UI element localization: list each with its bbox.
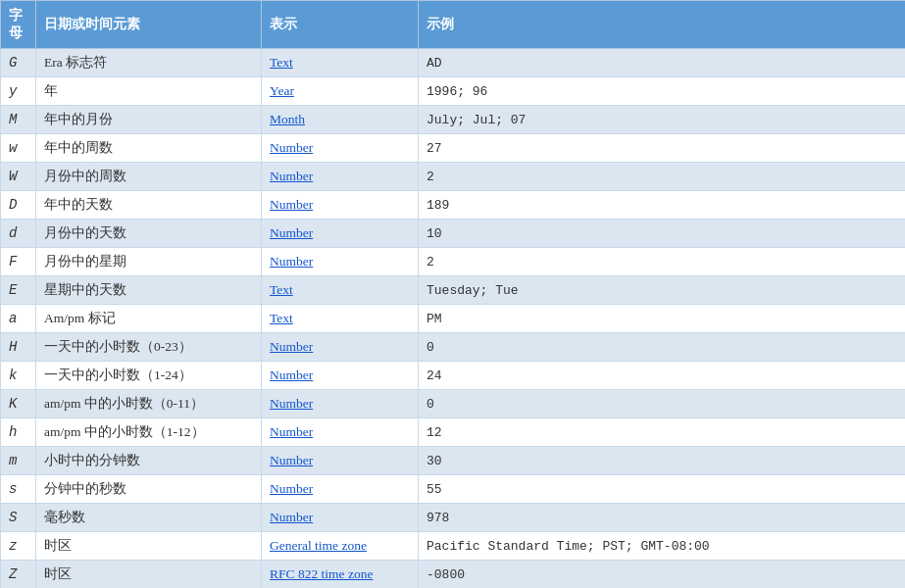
cell-element: 时区 [36, 532, 262, 561]
table-row: y年Year1996; 96 [1, 77, 906, 106]
cell-letter: S [1, 504, 36, 532]
cell-example: 2 [419, 163, 906, 191]
table-row: Z时区RFC 822 time zone-0800 [1, 561, 906, 589]
repr-link[interactable]: Year [270, 83, 294, 98]
cell-letter: Z [1, 561, 36, 589]
repr-link[interactable]: Number [270, 424, 313, 439]
repr-link[interactable]: Number [270, 197, 313, 212]
cell-letter: a [1, 305, 36, 333]
cell-letter: k [1, 362, 36, 390]
cell-element: am/pm 中的小时数（1-12） [36, 418, 262, 447]
cell-letter: s [1, 475, 36, 504]
cell-repr[interactable]: Number [262, 390, 419, 418]
cell-example: July; Jul; 07 [419, 106, 906, 134]
cell-example: 1996; 96 [419, 77, 906, 106]
header-example: 示例 [419, 1, 906, 49]
table-row: w年中的周数Number27 [1, 134, 906, 163]
table-row: M年中的月份MonthJuly; Jul; 07 [1, 106, 906, 134]
cell-repr[interactable]: Number [262, 191, 419, 220]
cell-example: 30 [419, 447, 906, 475]
repr-link[interactable]: Text [270, 55, 293, 70]
table-row: H一天中的小时数（0-23）Number0 [1, 333, 906, 362]
cell-repr[interactable]: Number [262, 163, 419, 191]
header-element: 日期或时间元素 [36, 1, 262, 49]
repr-link[interactable]: General time zone [270, 538, 367, 553]
cell-repr[interactable]: Number [262, 333, 419, 362]
cell-repr[interactable]: Text [262, 276, 419, 305]
table-row: Kam/pm 中的小时数（0-11）Number0 [1, 390, 906, 418]
cell-element: 月份中的周数 [36, 163, 262, 191]
cell-element: 小时中的分钟数 [36, 447, 262, 475]
table-row: D年中的天数Number189 [1, 191, 906, 220]
cell-repr[interactable]: Number [262, 475, 419, 504]
cell-element: 星期中的天数 [36, 276, 262, 305]
table-row: W月份中的周数Number2 [1, 163, 906, 191]
cell-example: -0800 [419, 561, 906, 589]
repr-link[interactable]: Number [270, 140, 313, 155]
repr-link[interactable]: RFC 822 time zone [270, 566, 373, 581]
cell-example: 0 [419, 390, 906, 418]
cell-repr[interactable]: Number [262, 418, 419, 447]
repr-link[interactable]: Number [270, 339, 313, 354]
cell-repr[interactable]: Number [262, 362, 419, 390]
repr-link[interactable]: Number [270, 254, 313, 269]
cell-letter: W [1, 163, 36, 191]
cell-repr[interactable]: RFC 822 time zone [262, 561, 419, 589]
cell-element: 分钟中的秒数 [36, 475, 262, 504]
repr-link[interactable]: Text [270, 282, 293, 297]
cell-letter: K [1, 390, 36, 418]
table-row: k一天中的小时数（1-24）Number24 [1, 362, 906, 390]
cell-element: Am/pm 标记 [36, 305, 262, 333]
cell-repr[interactable]: Number [262, 134, 419, 163]
table-row: ham/pm 中的小时数（1-12）Number12 [1, 418, 906, 447]
cell-letter: G [1, 49, 36, 77]
repr-link[interactable]: Text [270, 311, 293, 325]
datetime-table: 字母 日期或时间元素 表示 示例 GEra 标志符TextADy年Year199… [0, 0, 905, 588]
table-row: GEra 标志符TextAD [1, 49, 906, 77]
cell-repr[interactable]: Number [262, 447, 419, 475]
repr-link[interactable]: Number [270, 481, 313, 496]
cell-element: 年中的月份 [36, 106, 262, 134]
cell-example: 24 [419, 362, 906, 390]
cell-letter: d [1, 220, 36, 248]
repr-link[interactable]: Number [270, 396, 313, 411]
cell-repr[interactable]: Text [262, 305, 419, 333]
cell-example: 10 [419, 220, 906, 248]
repr-link[interactable]: Number [270, 225, 313, 240]
cell-example: Pacific Standard Time; PST; GMT-08:00 [419, 532, 906, 561]
cell-repr[interactable]: Number [262, 248, 419, 276]
cell-element: 月份中的星期 [36, 248, 262, 276]
cell-letter: w [1, 134, 36, 163]
table-row: F月份中的星期Number2 [1, 248, 906, 276]
table-header-row: 字母 日期或时间元素 表示 示例 [1, 1, 906, 49]
header-letter: 字母 [1, 1, 36, 49]
table-row: m小时中的分钟数Number30 [1, 447, 906, 475]
cell-element: 年 [36, 77, 262, 106]
cell-element: 年中的天数 [36, 191, 262, 220]
cell-element: 时区 [36, 561, 262, 589]
cell-repr[interactable]: Number [262, 504, 419, 532]
cell-repr[interactable]: Year [262, 77, 419, 106]
repr-link[interactable]: Month [270, 112, 305, 126]
cell-letter: M [1, 106, 36, 134]
cell-element: 一天中的小时数（1-24） [36, 362, 262, 390]
cell-letter: H [1, 333, 36, 362]
repr-link[interactable]: Number [270, 510, 313, 524]
cell-letter: z [1, 532, 36, 561]
cell-repr[interactable]: Number [262, 220, 419, 248]
repr-link[interactable]: Number [270, 169, 313, 183]
cell-letter: E [1, 276, 36, 305]
repr-link[interactable]: Number [270, 368, 313, 382]
cell-repr[interactable]: Month [262, 106, 419, 134]
cell-example: 978 [419, 504, 906, 532]
table-row: s分钟中的秒数Number55 [1, 475, 906, 504]
cell-element: 毫秒数 [36, 504, 262, 532]
cell-example: 189 [419, 191, 906, 220]
cell-letter: m [1, 447, 36, 475]
repr-link[interactable]: Number [270, 453, 313, 467]
cell-repr[interactable]: General time zone [262, 532, 419, 561]
cell-example: Tuesday; Tue [419, 276, 906, 305]
cell-example: PM [419, 305, 906, 333]
cell-example: 2 [419, 248, 906, 276]
cell-repr[interactable]: Text [262, 49, 419, 77]
